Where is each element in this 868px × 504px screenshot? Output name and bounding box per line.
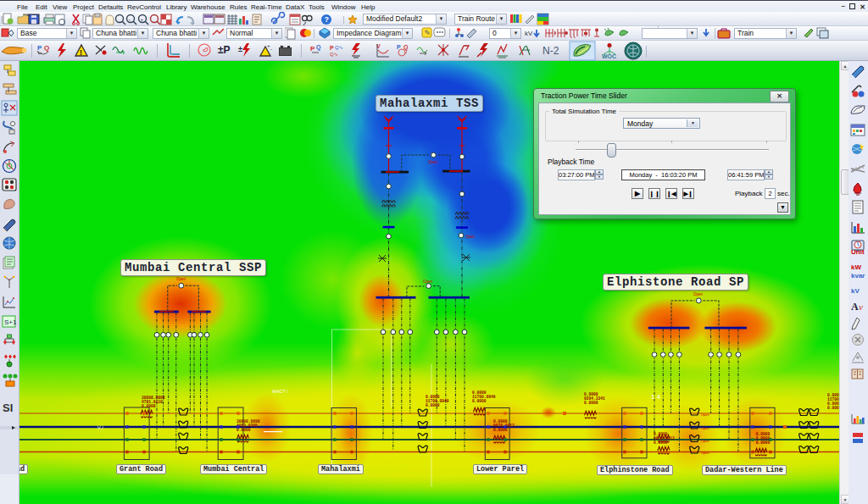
svg-text:!: !	[80, 48, 82, 57]
svg-text:kvar: kvar	[851, 272, 865, 280]
svg-text:kW: kW	[851, 263, 861, 271]
svg-text:1 4: 1 4	[651, 393, 661, 401]
svg-text:A: A	[851, 301, 859, 313]
svg-text:Open: Open	[701, 439, 709, 443]
svg-text:Open: Open	[465, 235, 476, 239]
svg-text:0.0000: 0.0000	[142, 404, 156, 408]
svg-text:V /: V /	[97, 425, 103, 430]
svg-text:0.0000: 0.0000	[654, 440, 668, 445]
svg-text:±: ±	[238, 45, 242, 53]
svg-text:±P: ±P	[218, 44, 231, 56]
svg-text:0.0000: 0.0000	[756, 440, 771, 445]
svg-text:Q: Q	[44, 44, 49, 52]
svg-text:S+1: S+1	[4, 318, 17, 326]
svg-text:0.000: 0.000	[827, 406, 839, 410]
svg-text:Open: Open	[701, 451, 709, 455]
svg-text:Q∿: Q∿	[330, 52, 338, 57]
svg-text:P: P	[37, 44, 42, 52]
svg-text:WOC: WOC	[602, 53, 616, 59]
svg-text:Open: Open	[701, 413, 709, 417]
svg-text:0.0000: 0.0000	[426, 403, 440, 407]
svg-text:?: ?	[325, 15, 330, 24]
svg-text:v: v	[859, 302, 863, 312]
svg-text:Open: Open	[423, 280, 433, 284]
svg-text:Open: Open	[693, 292, 704, 296]
svg-text:0.0000: 0.0000	[472, 399, 487, 403]
svg-text:P: P	[330, 45, 334, 51]
svg-text:P: P	[310, 45, 315, 53]
svg-text:kV: kV	[851, 287, 860, 295]
svg-text:0.0000: 0.0000	[493, 428, 508, 432]
svg-text:Open: Open	[176, 277, 186, 281]
svg-text:Q: Q	[316, 44, 321, 51]
svg-text:✎: ✎	[425, 29, 431, 37]
svg-text:kV: kV	[525, 30, 533, 37]
svg-text:Q∿: Q∿	[335, 45, 343, 50]
svg-text:-: -	[270, 47, 272, 52]
svg-text:Unit: Unit	[851, 248, 865, 256]
svg-text:SI: SI	[3, 402, 13, 414]
svg-text:0.0000: 0.0000	[584, 401, 598, 405]
svg-text:· MAC? /: · MAC? /	[270, 389, 288, 394]
svg-text:-: -	[129, 16, 131, 22]
svg-text:N-2: N-2	[542, 45, 559, 57]
svg-text:Open: Open	[701, 426, 709, 430]
svg-text:+: +	[141, 17, 144, 22]
svg-text:Open: Open	[428, 160, 438, 164]
svg-text:0.0000: 0.0000	[236, 428, 251, 432]
